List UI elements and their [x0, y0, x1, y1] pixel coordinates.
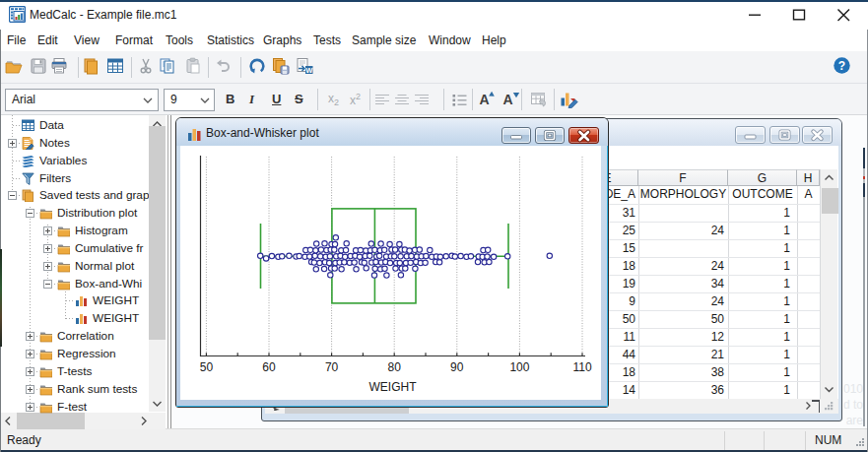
svg-text:50: 50: [200, 360, 214, 374]
svg-text:100: 100: [509, 360, 529, 374]
svg-text:80: 80: [388, 360, 402, 374]
svg-text:A: A: [479, 92, 489, 107]
svg-text:?: ?: [838, 59, 845, 73]
svg-text:60: 60: [262, 360, 276, 374]
svg-text:WEIGHT: WEIGHT: [369, 380, 418, 394]
svg-text:90: 90: [450, 360, 464, 374]
svg-text:110: 110: [572, 360, 591, 374]
svg-text:W: W: [305, 66, 313, 75]
svg-text:70: 70: [325, 360, 339, 374]
svg-text:A: A: [502, 92, 512, 107]
